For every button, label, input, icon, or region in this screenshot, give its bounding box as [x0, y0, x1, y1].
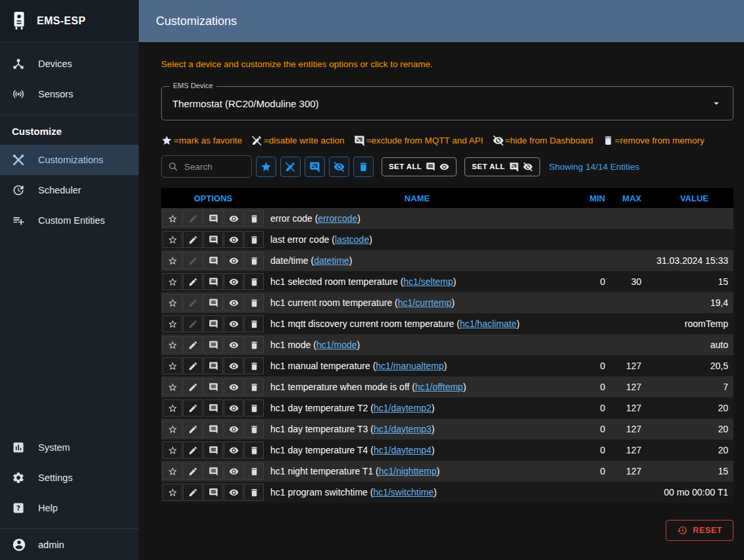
entity-name[interactable]: hc1 current room temperature (hc1/currte… [265, 297, 569, 308]
mqtt-exclude-button[interactable] [203, 463, 223, 480]
entity-name[interactable]: hc1 day temperature T4 (hc1/daytemp4) [265, 445, 569, 455]
entity-name[interactable]: hc1 selected room temperature (hc1/selte… [265, 276, 569, 287]
entity-shortname-link[interactable]: hc1/switchtime [373, 487, 434, 497]
entity-name[interactable]: hc1 night temperature T1 (hc1/nighttemp) [265, 466, 569, 476]
mqtt-exclude-button[interactable] [203, 252, 223, 269]
mqtt-exclude-button[interactable] [203, 399, 223, 417]
edit-icon-button[interactable] [183, 315, 203, 332]
visibility-button[interactable] [224, 420, 243, 438]
entity-shortname-link[interactable]: errorcode [318, 213, 357, 224]
favorite-button[interactable] [162, 336, 182, 353]
entity-shortname-link[interactable]: datetime [314, 255, 349, 266]
visibility-button[interactable] [224, 252, 243, 269]
visibility-button[interactable] [224, 463, 243, 480]
mqtt-exclude-button[interactable] [203, 210, 223, 227]
entity-shortname-link[interactable]: hc1/haclimate [460, 318, 516, 329]
delete-button[interactable] [244, 378, 264, 395]
delete-button[interactable] [244, 420, 264, 438]
favorite-button[interactable] [162, 210, 182, 227]
entity-name[interactable]: hc1 mode (hc1/mode) [265, 340, 569, 350]
entity-name[interactable]: last error code (lastcode) [265, 234, 569, 245]
mqtt-exclude-button[interactable] [203, 357, 223, 374]
delete-button[interactable] [244, 210, 264, 227]
set-all-hide-button[interactable]: SET ALL [464, 157, 539, 176]
visibility-button[interactable] [224, 231, 243, 248]
entity-shortname-link[interactable]: hc1/manualtemp [376, 361, 444, 371]
edit-icon-button[interactable] [183, 399, 203, 417]
sidebar-item-devices[interactable]: Devices [0, 49, 139, 79]
edit-icon-button[interactable] [183, 336, 203, 353]
entity-name[interactable]: hc1 manual temperature (hc1/manualtemp) [265, 361, 569, 371]
entity-shortname-link[interactable]: hc1/currtemp [398, 297, 452, 308]
visibility-button[interactable] [224, 210, 243, 227]
filter-exclude-mqtt-button[interactable] [305, 157, 325, 177]
entity-name[interactable]: date/time (datetime) [265, 255, 569, 266]
edit-icon-button[interactable] [183, 294, 203, 311]
delete-button[interactable] [244, 273, 264, 290]
edit-icon-button[interactable] [183, 442, 203, 459]
favorite-button[interactable] [162, 463, 182, 480]
delete-button[interactable] [244, 336, 264, 353]
delete-button[interactable] [244, 294, 264, 311]
favorite-button[interactable] [162, 315, 182, 332]
visibility-button[interactable] [224, 315, 243, 332]
entity-shortname-link[interactable]: lastcode [335, 234, 369, 245]
visibility-button[interactable] [224, 357, 243, 374]
edit-icon-button[interactable] [183, 273, 203, 290]
entity-name[interactable]: error code (errorcode) [265, 213, 569, 224]
delete-button[interactable] [244, 484, 264, 501]
sidebar-item-custom-entities[interactable]: Custom Entities [0, 205, 139, 236]
edit-icon-button[interactable] [183, 210, 203, 227]
entity-name[interactable]: hc1 program switchtime (hc1/switchtime) [265, 487, 569, 497]
sidebar-item-customizations[interactable]: Customizations [0, 145, 139, 175]
entity-shortname-link[interactable]: hc1/daytemp2 [374, 403, 432, 413]
visibility-button[interactable] [224, 484, 243, 501]
mqtt-exclude-button[interactable] [203, 420, 223, 438]
delete-button[interactable] [244, 252, 264, 269]
edit-icon-button[interactable] [183, 484, 203, 501]
visibility-button[interactable] [224, 378, 243, 395]
visibility-button[interactable] [224, 336, 243, 353]
sidebar-item-help[interactable]: Help [0, 493, 139, 523]
sidebar-item-settings[interactable]: Settings [0, 463, 139, 493]
favorite-button[interactable] [162, 420, 182, 438]
set-all-show-button[interactable]: SET ALL [382, 157, 457, 176]
edit-icon-button[interactable] [183, 420, 203, 438]
filter-favorite-button[interactable] [256, 157, 276, 177]
mqtt-exclude-button[interactable] [203, 273, 223, 290]
entity-name[interactable]: hc1 temperature when mode is off (hc1/of… [265, 382, 569, 392]
filter-remove-memory-button[interactable] [353, 157, 374, 177]
mqtt-exclude-button[interactable] [203, 336, 223, 353]
favorite-button[interactable] [162, 484, 182, 501]
mqtt-exclude-button[interactable] [203, 378, 223, 395]
entity-shortname-link[interactable]: hc1/daytemp3 [374, 424, 432, 434]
mqtt-exclude-button[interactable] [203, 442, 223, 459]
sidebar-item-scheduler[interactable]: Scheduler [0, 175, 139, 205]
favorite-button[interactable] [162, 294, 182, 311]
mqtt-exclude-button[interactable] [203, 231, 223, 248]
delete-button[interactable] [244, 442, 264, 459]
favorite-button[interactable] [162, 231, 182, 248]
delete-button[interactable] [244, 399, 264, 417]
visibility-button[interactable] [224, 294, 243, 311]
edit-icon-button[interactable] [183, 357, 203, 374]
visibility-button[interactable] [224, 442, 243, 459]
visibility-button[interactable] [224, 273, 243, 290]
sidebar-item-system[interactable]: System [0, 432, 139, 463]
mqtt-exclude-button[interactable] [203, 484, 223, 501]
delete-button[interactable] [244, 463, 264, 480]
entity-shortname-link[interactable]: hc1/seltemp [403, 276, 453, 287]
entity-shortname-link[interactable]: hc1/offtemp [415, 382, 463, 392]
entity-shortname-link[interactable]: hc1/nighttemp [379, 466, 437, 476]
entity-shortname-link[interactable]: hc1/mode [316, 340, 357, 350]
entity-shortname-link[interactable]: hc1/daytemp4 [374, 445, 432, 455]
mqtt-exclude-button[interactable] [203, 315, 223, 332]
favorite-button[interactable] [162, 273, 182, 290]
visibility-button[interactable] [224, 399, 243, 417]
sidebar-item-sensors[interactable]: Sensors [0, 79, 139, 109]
mqtt-exclude-button[interactable] [203, 294, 223, 311]
entity-name[interactable]: hc1 day temperature T3 (hc1/daytemp3) [265, 424, 569, 434]
favorite-button[interactable] [162, 378, 182, 395]
delete-button[interactable] [244, 315, 264, 332]
filter-disable-write-button[interactable] [280, 157, 301, 177]
